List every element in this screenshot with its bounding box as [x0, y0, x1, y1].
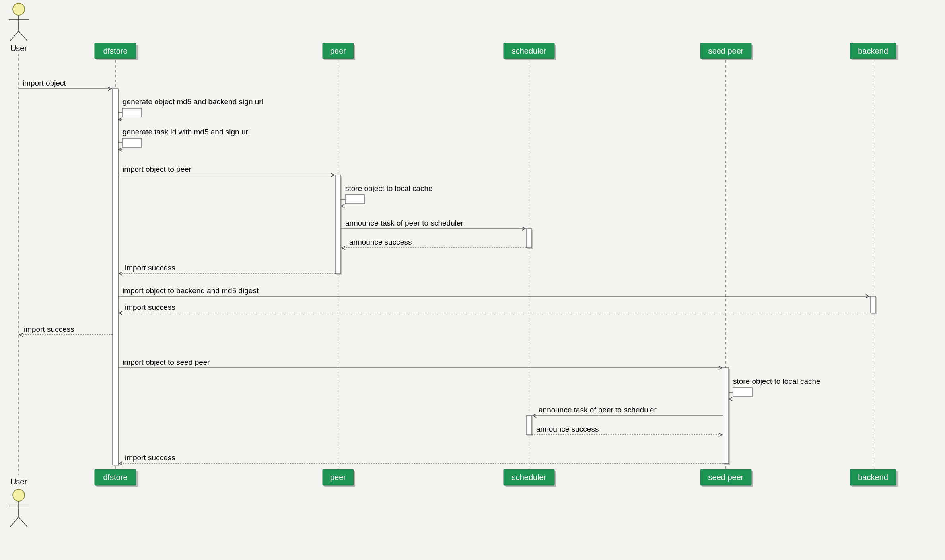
msg-import-object: import object: [23, 79, 66, 87]
activation-backend: [870, 296, 876, 313]
participant-seedpeer-bottom-label: seed peer: [708, 473, 744, 482]
msg-import-to-peer: import object to peer: [122, 165, 192, 173]
msg-import-to-seedpeer: import object to seed peer: [122, 358, 210, 366]
participant-backend-bottom: backend: [850, 469, 898, 487]
participant-peer-bottom-label: peer: [330, 473, 346, 482]
participant-backend-top: backend: [850, 43, 898, 60]
participant-peer-top: peer: [323, 43, 355, 60]
participant-scheduler-bottom-label: scheduler: [512, 473, 546, 482]
msg-generate-md5: generate object md5 and backend sign url: [122, 97, 263, 106]
actor-user-top: User: [9, 3, 29, 52]
participant-dfstore-top-label: dfstore: [103, 47, 127, 55]
activation-scheduler-1: [526, 229, 532, 248]
activation-scheduler-2: [526, 416, 532, 435]
participant-dfstore-bottom: dfstore: [95, 469, 138, 487]
activation-dfstore: [113, 89, 118, 465]
msg-import-success-1: import success: [125, 264, 175, 272]
svg-rect-54: [733, 388, 752, 397]
msg-generate-taskid: generate task id with md5 and sign url: [122, 128, 250, 136]
participant-dfstore-top: dfstore: [95, 43, 138, 60]
participant-seedpeer-top: seed peer: [700, 43, 753, 60]
actor-user-bottom-label: User: [10, 477, 27, 486]
svg-point-5: [13, 489, 25, 501]
participant-backend-top-label: backend: [858, 47, 888, 55]
activation-peer: [335, 175, 341, 274]
svg-rect-44: [345, 195, 364, 204]
msg-import-to-backend: import object to backend and md5 digest: [122, 286, 259, 295]
participant-peer-bottom: peer: [323, 469, 355, 487]
participant-scheduler-top: scheduler: [504, 43, 556, 60]
msg-seedpeer-announce-success: announce success: [536, 425, 599, 433]
msg-import-success-2: import success: [125, 303, 175, 311]
msg-peer-store-cache: store object to local cache: [345, 184, 433, 192]
svg-line-8: [10, 517, 19, 527]
participant-backend-bottom-label: backend: [858, 473, 888, 482]
svg-line-3: [10, 31, 19, 41]
msg-peer-announce-success: announce success: [349, 238, 412, 246]
sequence-diagram: User User dfstore peer scheduler seed pe…: [0, 0, 945, 560]
svg-rect-40: [122, 138, 142, 147]
msg-import-success-4: import success: [125, 453, 175, 462]
participant-scheduler-bottom: scheduler: [504, 469, 556, 487]
svg-line-9: [19, 517, 27, 527]
activation-seedpeer: [723, 368, 729, 463]
participant-scheduler-top-label: scheduler: [512, 47, 546, 55]
actor-user-bottom: User: [9, 477, 29, 527]
actor-user-top-label: User: [10, 44, 27, 52]
msg-peer-announce: announce task of peer to scheduler: [345, 219, 463, 227]
svg-point-0: [13, 3, 25, 15]
svg-rect-37: [122, 108, 142, 117]
msg-seedpeer-announce: announce task of peer to scheduler: [539, 406, 657, 414]
msg-seedpeer-store-cache: store object to local cache: [733, 377, 821, 385]
participant-seedpeer-top-label: seed peer: [708, 47, 744, 55]
participant-peer-top-label: peer: [330, 47, 346, 55]
msg-import-success-3: import success: [24, 325, 74, 333]
svg-line-4: [19, 31, 27, 41]
participant-dfstore-bottom-label: dfstore: [103, 473, 127, 482]
participant-seedpeer-bottom: seed peer: [700, 469, 753, 487]
